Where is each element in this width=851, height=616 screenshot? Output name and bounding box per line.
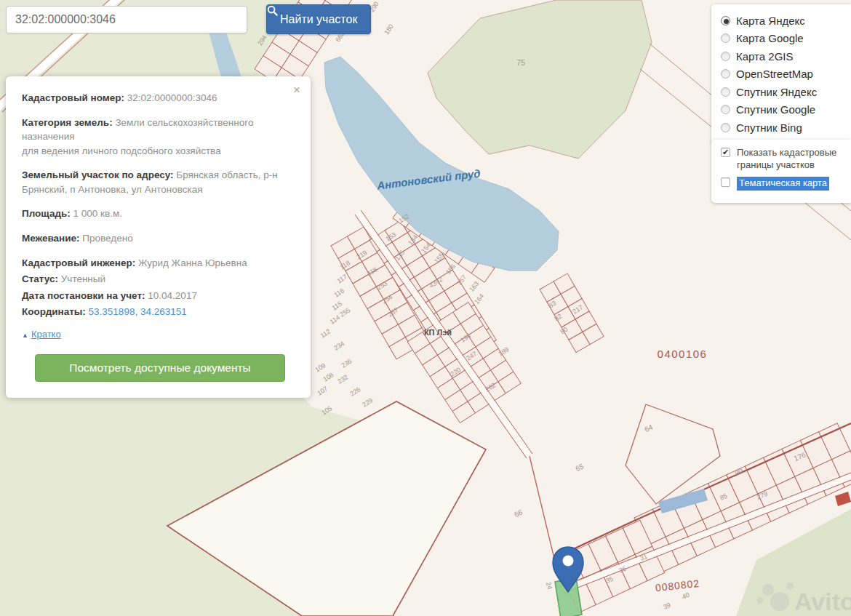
radio-icon[interactable] <box>721 105 730 114</box>
cadastral-number-input[interactable] <box>6 6 247 33</box>
settlement-label: КП Лэй <box>424 328 452 337</box>
checkbox-checked-icon[interactable]: ✔ <box>721 148 730 157</box>
popup-field: Статус: Учтенный <box>22 272 295 287</box>
overlay-option-label: Тематическая карта <box>737 177 829 191</box>
layer-option-label: Спутник Bing <box>736 121 802 134</box>
parcel-fields: Кадастровый номер: 32:02:0000000:3046Кат… <box>22 91 295 319</box>
layer-option-label: Карта Google <box>736 32 804 44</box>
overlays-panel: ✔Показать кадастровые границы участковТе… <box>711 140 851 203</box>
popup-field: Категория земель: Земли сельскохозяйстве… <box>22 116 295 159</box>
parcel-info-popup: × Кадастровый номер: 32:02:0000000:3046К… <box>6 76 311 398</box>
overlay-option[interactable]: Тематическая карта <box>721 177 844 191</box>
cadastral-map-app: Антоновский пруд КП Лэй 0400106 0080802 … <box>0 0 851 616</box>
popup-field-value: Учтенный <box>61 273 105 284</box>
popup-field-value: Журид Жанна Юрьевна <box>138 257 247 268</box>
find-parcel-button-label: Найти участок <box>280 13 357 26</box>
layers-panel: Карта ЯндексКарта GoogleКарта 2GISOpenSt… <box>711 4 851 144</box>
layer-option-label: Спутник Google <box>736 103 815 116</box>
overlay-option-label: Показать кадастровые границы участков <box>737 147 844 172</box>
coordinates-link[interactable]: 53.351898, 34.263151 <box>89 306 187 317</box>
layer-option[interactable]: OpenStreetMap <box>721 65 844 84</box>
layer-option[interactable]: Спутник Bing <box>721 119 844 137</box>
view-documents-button[interactable]: Посмотреть доступные документы <box>35 354 285 382</box>
layer-option-label: OpenStreetMap <box>736 68 813 80</box>
checkbox-icon[interactable] <box>721 177 730 187</box>
radio-icon[interactable] <box>721 33 730 43</box>
popup-field: Земельный участок по адресу: Брянская об… <box>22 168 295 196</box>
layer-option-label: Карта Яндекс <box>736 15 805 27</box>
popup-field: Площадь: 1 000 кв.м. <box>22 207 295 221</box>
find-parcel-button[interactable]: Найти участок <box>266 4 371 34</box>
triangle-up-icon: ▲ <box>22 332 28 339</box>
layer-option[interactable]: Спутник Яндекс <box>721 83 844 101</box>
radio-icon[interactable] <box>721 123 730 132</box>
parcel-number: 75 <box>516 58 525 67</box>
layer-option[interactable]: Карта Яндекс <box>721 12 844 30</box>
popup-field: Межевание: Проведено <box>22 231 295 246</box>
layer-option-label: Спутник Яндекс <box>736 86 817 98</box>
radio-icon[interactable] <box>721 87 730 97</box>
overlay-option[interactable]: ✔Показать кадастровые границы участков <box>721 147 844 172</box>
collapse-link-label: Кратко <box>31 329 61 340</box>
popup-field: Кадастровый инженер: Журид Жанна Юрьевна <box>22 256 295 271</box>
layer-option[interactable]: Спутник Google <box>721 101 844 119</box>
popup-field: Дата постановки на учет: 10.04.2017 <box>22 289 295 303</box>
layer-option-label: Карта 2GIS <box>736 50 794 63</box>
popup-field-value: 1 000 кв.м. <box>73 208 122 219</box>
collapse-link[interactable]: ▲Кратко <box>22 328 61 342</box>
search-icon <box>267 5 278 16</box>
popup-field-value: 10.04.2017 <box>148 290 197 301</box>
radio-icon[interactable] <box>721 52 730 61</box>
layer-option[interactable]: Карта Google <box>721 30 844 48</box>
popup-field-value: 32:02:0000000:3046 <box>127 92 217 103</box>
radio-icon[interactable] <box>721 69 730 79</box>
popup-field: Кадастровый номер: 32:02:0000000:3046 <box>22 91 295 105</box>
popup-field: Координаты: 53.351898, 34.263151 <box>22 305 295 319</box>
popup-field-value: для ведения личного подсобного хозяйства <box>22 144 295 159</box>
quarter-label-0400106: 0400106 <box>658 348 708 360</box>
avito-watermark-text: Avito <box>794 588 851 615</box>
layer-option[interactable]: Карта 2GIS <box>721 47 844 65</box>
radio-selected-icon[interactable] <box>721 16 730 25</box>
popup-field-value: Проведено <box>82 233 132 244</box>
close-icon[interactable]: × <box>293 84 300 96</box>
